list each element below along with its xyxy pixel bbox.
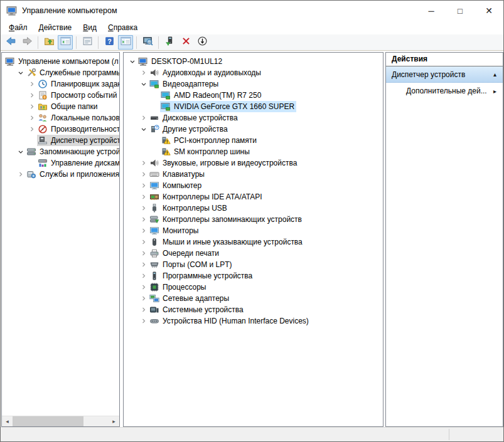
back-button[interactable] [3, 35, 18, 50]
expander-icon[interactable] [139, 271, 149, 281]
console-tree-item[interactable]: Управление компьютером (л [2, 56, 119, 67]
expander-icon[interactable] [27, 90, 37, 100]
expander-icon[interactable] [27, 124, 37, 134]
expander-icon[interactable] [139, 192, 149, 202]
device-tree-item[interactable]: Контроллеры запоминающих устройств [124, 214, 383, 225]
expander-icon[interactable] [139, 260, 149, 270]
expander-icon[interactable] [139, 237, 149, 247]
expander-icon[interactable] [139, 293, 149, 303]
tree-node[interactable]: SM контроллер шины [160, 146, 252, 157]
device-tree-item[interactable]: Устройства HID (Human Interface Devices) [124, 315, 383, 327]
device-tree-item[interactable]: Системные устройства [124, 304, 383, 315]
tree-node[interactable]: Системные устройства [149, 304, 245, 315]
tree-node[interactable]: Планировщик заданий [37, 78, 119, 90]
device-tree-item[interactable]: Сетевые адаптеры [124, 293, 383, 304]
scan-hardware-button[interactable] [140, 35, 155, 50]
console-tree-item[interactable]: Общие папки [2, 101, 119, 112]
expander-icon[interactable] [139, 79, 149, 89]
tree-node[interactable]: Производительность [37, 124, 119, 135]
device-tree-item[interactable]: Мыши и иные указывающие устройства [124, 236, 383, 248]
maximize-button[interactable]: □ [446, 1, 475, 21]
expander-icon[interactable] [139, 169, 149, 179]
device-tree-item[interactable]: SM контроллер шины [124, 146, 383, 157]
console-tree-item[interactable]: Производительность [2, 124, 119, 135]
tree-node[interactable]: Видеоадаптеры [149, 78, 220, 90]
menu-item-file[interactable]: Файл [3, 22, 33, 33]
console-tree-item[interactable]: Локальные пользовате [2, 112, 119, 124]
uninstall-device-button[interactable] [178, 35, 193, 50]
expander-icon[interactable] [139, 203, 149, 213]
scroll-thumb[interactable] [13, 416, 83, 426]
device-tree-item[interactable]: NVIDIA GeForce GTX 1660 SUPER [124, 101, 383, 112]
device-tree-item[interactable]: Очереди печати [124, 248, 383, 259]
tree-node[interactable]: Управление дисками [37, 157, 119, 169]
device-tree-item[interactable]: ?Другие устройства [124, 124, 383, 135]
horizontal-scrollbar[interactable]: ◂ ▸ [2, 416, 119, 426]
expander-icon[interactable] [139, 248, 149, 258]
expander-icon[interactable] [139, 124, 149, 134]
tree-node[interactable]: Служебные программы [26, 67, 119, 78]
submenu-arrow-icon[interactable]: ▸ [493, 88, 496, 95]
expander-icon[interactable] [16, 169, 26, 179]
device-tree-item[interactable]: AMD Radeon(TM) R7 250 [124, 90, 383, 101]
tree-node-selected[interactable]: NVIDIA GeForce GTX 1660 SUPER [160, 101, 296, 112]
expander-icon[interactable] [139, 214, 149, 224]
device-tree-item[interactable]: Дисковые устройства [124, 112, 383, 124]
tree-node[interactable]: Мыши и иные указывающие устройства [149, 236, 304, 248]
expander-icon[interactable] [139, 158, 149, 168]
tree-node[interactable]: DESKTOP-0M1UL12 [137, 56, 224, 67]
tree-node[interactable]: Контроллеры USB [149, 203, 229, 214]
expander-icon[interactable] [139, 305, 149, 315]
help-button[interactable]: ? [102, 35, 117, 50]
show-console-tree-button[interactable] [58, 35, 73, 50]
tree-node[interactable]: Программные устройства [149, 270, 254, 282]
tree-node-selected[interactable]: Диспетчер устройств [37, 135, 119, 146]
tree-node[interactable]: Звуковые, игровые и видеоустройства [149, 157, 299, 169]
device-tree-item[interactable]: Компьютер [124, 180, 383, 191]
console-tree-item[interactable]: Служебные программы [2, 67, 119, 78]
tree-node[interactable]: Просмотр событий [37, 90, 119, 101]
tree-node[interactable]: Клавиатуры [149, 169, 206, 180]
device-tree-item[interactable]: Программные устройства [124, 270, 383, 282]
tree-node[interactable]: Очереди печати [149, 248, 221, 259]
tree-node[interactable]: Общие папки [37, 101, 99, 112]
expander-icon[interactable] [139, 226, 149, 236]
tree-node[interactable]: PCI-контроллер памяти [160, 135, 259, 146]
expander-icon[interactable] [27, 102, 37, 112]
tree-node[interactable]: ?Другие устройства [149, 124, 230, 135]
update-driver-button[interactable] [162, 35, 177, 50]
expander-icon[interactable] [139, 181, 149, 191]
expander-icon[interactable] [16, 68, 26, 78]
expander-icon[interactable] [139, 316, 149, 326]
tree-node[interactable]: Порты (COM и LPT) [149, 259, 234, 270]
device-tree-item[interactable]: Мониторы [124, 225, 383, 236]
device-tree-item[interactable]: DESKTOP-0M1UL12 [124, 56, 383, 67]
console-tree-item[interactable]: Планировщик заданий [2, 78, 119, 90]
menu-item-view[interactable]: Вид [77, 22, 102, 33]
actions-item-more-actions[interactable]: Дополнительные дей...▸ [386, 83, 503, 99]
tree-node[interactable]: Дисковые устройства [149, 112, 240, 124]
tree-node[interactable]: Контроллеры IDE ATA/ATAPI [149, 191, 264, 203]
device-tree-item[interactable]: Контроллеры IDE ATA/ATAPI [124, 191, 383, 203]
actions-group-device-manager[interactable]: Диспетчер устройств▴ [386, 66, 503, 83]
tree-node[interactable]: Мониторы [149, 225, 200, 236]
scroll-left-button[interactable]: ◂ [2, 416, 13, 426]
device-tree-item[interactable]: PCI-контроллер памяти [124, 135, 383, 146]
tree-node[interactable]: Процессоры [149, 282, 208, 293]
forward-button[interactable] [19, 35, 35, 50]
console-tree-item[interactable]: Службы и приложения [2, 169, 119, 180]
tree-node[interactable]: Управление компьютером (л [4, 56, 119, 67]
up-one-level-button[interactable] [41, 35, 56, 50]
tree-node[interactable]: Устройства HID (Human Interface Devices) [149, 315, 311, 327]
device-tree-item[interactable]: Аудиовходы и аудиовыходы [124, 67, 383, 78]
device-tree-item[interactable]: Порты (COM и LPT) [124, 259, 383, 270]
tree-node[interactable]: Локальные пользовате [37, 112, 119, 124]
properties-button[interactable] [80, 35, 95, 50]
menu-item-help[interactable]: Справка [102, 22, 143, 33]
console-tree-item[interactable]: Диспетчер устройств [2, 135, 119, 146]
tree-node[interactable]: Запоминающие устройст [26, 146, 119, 157]
expander-icon[interactable] [139, 113, 149, 123]
menu-item-action[interactable]: Действие [33, 22, 78, 33]
tree-node[interactable]: Аудиовходы и аудиовыходы [149, 67, 263, 78]
tree-node[interactable]: Компьютер [149, 180, 203, 191]
